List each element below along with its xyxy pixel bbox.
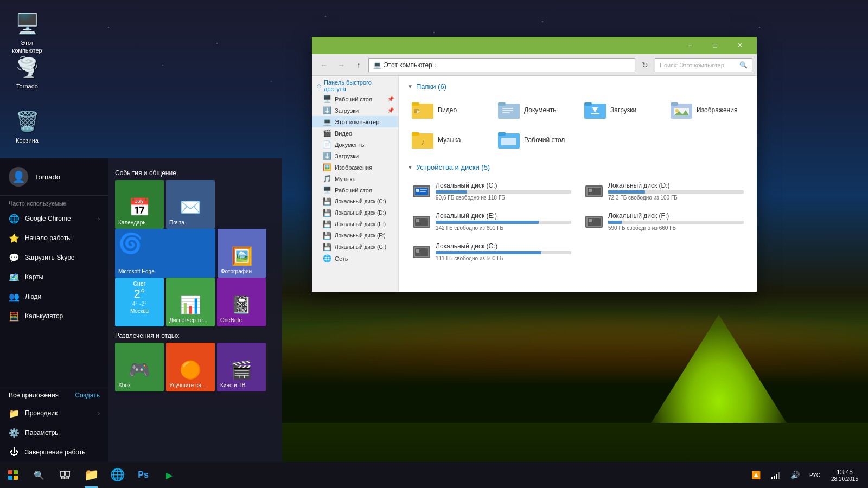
svg-rect-54 xyxy=(61,477,65,479)
svg-rect-11 xyxy=(584,102,592,106)
search-button[interactable]: 🔍 xyxy=(26,462,52,488)
drive-f[interactable]: Локальный диск (F:) 590 ГБ свободно из 6… xyxy=(580,208,748,234)
start-app-people[interactable]: 👥 Люди xyxy=(0,287,108,306)
tile-onenote[interactable]: 📓 OneNote xyxy=(217,278,266,326)
desktop-icon-tornado[interactable]: 🌪️ Tornado xyxy=(5,54,49,90)
folder-desktop[interactable]: Рабочий стол xyxy=(494,127,576,152)
tile-photos[interactable]: 🖼️ Фотографии xyxy=(218,229,266,278)
bottom-explorer[interactable]: 📁 Проводник › xyxy=(0,403,108,423)
taskbar-chrome[interactable]: 🌐 xyxy=(104,462,130,488)
taskbar-photoshop[interactable]: Ps xyxy=(130,462,156,488)
drive-e[interactable]: Локальный диск (E:) 142 ГБ свободно из 6… xyxy=(407,208,576,234)
bottom-settings[interactable]: ⚙️ Параметры xyxy=(0,423,108,442)
back-button[interactable]: ← xyxy=(316,57,331,73)
sidebar-item-desktop2[interactable]: 🖥️ Рабочий стол xyxy=(312,184,398,196)
tray-volume[interactable]: 🔊 xyxy=(787,462,804,488)
sidebar-item-this-computer[interactable]: 💻 Этот компьютер xyxy=(312,116,398,127)
tile-movies[interactable]: 🎬 Кино и ТВ xyxy=(217,343,266,391)
maximize-button[interactable]: □ xyxy=(703,37,727,54)
folder-video[interactable]: Видео xyxy=(407,97,489,123)
file-explorer-window[interactable]: − □ ✕ ← → ↑ 💻 Этот компьютер › ↻ Поиск: … xyxy=(312,37,757,292)
drive-g-icon xyxy=(412,242,431,261)
drives-section-header[interactable]: ▼ Устройства и диски (5) xyxy=(407,163,748,171)
task-view-button[interactable] xyxy=(52,462,78,488)
folder-downloads[interactable]: Загрузки xyxy=(580,97,662,123)
refresh-button[interactable]: ↻ xyxy=(637,57,653,73)
sidebar-item-documents[interactable]: 📄 Документы xyxy=(312,139,398,150)
folders-section-title: Папки (6) xyxy=(416,82,446,91)
folder-documents[interactable]: Документы xyxy=(494,97,576,123)
tray-language[interactable]: РУС xyxy=(806,462,824,488)
desktop-icon-recycle-bin[interactable]: 🗑️ Корзина xyxy=(5,108,49,144)
address-bar[interactable]: 💻 Этот компьютер › xyxy=(368,58,635,72)
sidebar-item-video[interactable]: 🎬 Видео xyxy=(312,127,398,139)
create-label[interactable]: Создать xyxy=(75,391,100,399)
tile-edge-label: Microsoft Edge xyxy=(118,268,155,274)
tile-xbox[interactable]: 🎮 Xbox xyxy=(115,343,164,391)
drive-g[interactable]: Локальный диск (G:) 111 ГБ свободно из 5… xyxy=(407,239,576,265)
sidebar-item-music[interactable]: 🎵 Музыка xyxy=(312,173,398,184)
quick-access-label[interactable]: ☆ Панель быстрого доступа xyxy=(312,76,398,93)
forward-button[interactable]: → xyxy=(334,57,349,73)
explorer-bottom-label: Проводник xyxy=(25,409,58,417)
folder-desktop-label: Рабочий стол xyxy=(524,136,565,144)
all-apps-label[interactable]: Все приложения xyxy=(9,391,59,399)
drive-c[interactable]: Локальный диск (C:) 90,6 ГБ свободно из … xyxy=(407,178,576,204)
minimize-button[interactable]: − xyxy=(678,37,703,54)
user-profile[interactable]: 👤 Tornado xyxy=(0,158,108,196)
sidebar-item-network[interactable]: 🌐 Сеть xyxy=(312,253,398,264)
start-app-chrome[interactable]: 🌐 Google Chrome › xyxy=(0,209,108,228)
folders-section-header[interactable]: ▼ Папки (6) xyxy=(407,82,748,91)
tile-mail[interactable]: ✉️ Почта xyxy=(166,180,215,229)
sidebar-item-downloads[interactable]: ⬇️ Загрузки 📌 xyxy=(312,105,398,116)
address-text: Этот компьютер xyxy=(384,61,432,69)
tile-taskmgr[interactable]: 📊 Диспетчер те... xyxy=(166,278,215,326)
svg-rect-47 xyxy=(416,249,419,253)
sidebar-item-driveF[interactable]: 💾 Локальный диск (F:) xyxy=(312,230,398,241)
start-app-skype[interactable]: 💬 Загрузить Skype xyxy=(0,248,108,267)
clock[interactable]: 13:45 28.10.2015 xyxy=(826,462,864,488)
sidebar-item-driveE[interactable]: 💾 Локальный диск (E:) xyxy=(312,219,398,230)
start-menu[interactable]: 👤 Tornado Часто используемые 🌐 Google Ch… xyxy=(0,158,282,462)
tray-show-hidden[interactable]: 🔼 xyxy=(748,462,765,488)
quick-access-icon: ☆ xyxy=(316,82,322,89)
tile-edge[interactable]: 🌀 Microsoft Edge xyxy=(115,229,215,278)
tray-network[interactable] xyxy=(767,462,784,488)
start-app-calc[interactable]: 🧮 Калькулятор xyxy=(0,306,108,326)
search-box[interactable]: Поиск: Этот компьютер 🔍 xyxy=(655,58,752,72)
taskbar-file-explorer[interactable]: 📁 xyxy=(78,462,104,488)
bottom-shutdown[interactable]: ⏻ Завершение работы xyxy=(0,442,108,462)
start-work-icon: ⭐ xyxy=(9,233,20,243)
sidebar-item-driveD[interactable]: 💾 Локальный диск (D:) xyxy=(312,207,398,219)
clock-time: 13:45 xyxy=(831,468,858,476)
calc-icon: 🧮 xyxy=(9,311,20,322)
tile-weather[interactable]: Снег 2° 4°-2° Москва xyxy=(115,278,164,326)
weather-city: Москва xyxy=(130,308,149,314)
close-button[interactable]: ✕ xyxy=(727,37,752,54)
desktop-icon-this-computer[interactable]: 🖥️ Этот компьютер xyxy=(5,11,49,55)
tile-office[interactable]: 🟠 Улучшите св... xyxy=(166,343,215,391)
sidebar-item-downloads2[interactable]: ⬇️ Загрузки xyxy=(312,150,398,162)
drives-chevron: ▼ xyxy=(407,164,413,170)
folder-music[interactable]: ♪ Музыка xyxy=(407,127,489,152)
up-button[interactable]: ↑ xyxy=(351,57,366,73)
start-app-start-work[interactable]: ⭐ Начало работы xyxy=(0,228,108,248)
sidebar-item-desktop[interactable]: 🖥️ Рабочий стол 📌 xyxy=(312,93,398,105)
drive-d[interactable]: Локальный диск (D:) 72,3 ГБ свободно из … xyxy=(580,178,748,204)
svg-rect-29 xyxy=(416,189,419,192)
tiles-row-4: 🎮 Xbox 🟠 Улучшите св... 🎬 Кино и ТВ xyxy=(115,343,276,391)
drive-g-info: Локальный диск (G:) 111 ГБ свободно из 5… xyxy=(436,242,571,261)
tile-calendar-label: Календарь xyxy=(118,220,145,226)
driveD-sidebar-icon: 💾 xyxy=(323,209,331,217)
folder-images[interactable]: Изображения xyxy=(666,97,748,123)
sidebar-item-driveG[interactable]: 💾 Локальный диск (G:) xyxy=(312,241,398,253)
start-button[interactable] xyxy=(0,462,26,488)
tile-calendar[interactable]: 📅 Календарь xyxy=(115,180,164,229)
maps-label: Карты xyxy=(25,273,43,281)
taskbar-media[interactable]: ▶ xyxy=(156,462,182,488)
start-app-maps[interactable]: 🗺️ Карты xyxy=(0,267,108,287)
search-icon[interactable]: 🔍 xyxy=(739,61,748,69)
sidebar-item-images[interactable]: 🖼️ Изображения xyxy=(312,162,398,173)
sidebar-item-driveC[interactable]: 💾 Локальный диск (C:) xyxy=(312,196,398,207)
drive-f-free: 590 ГБ свободно из 660 ГБ xyxy=(608,225,744,231)
